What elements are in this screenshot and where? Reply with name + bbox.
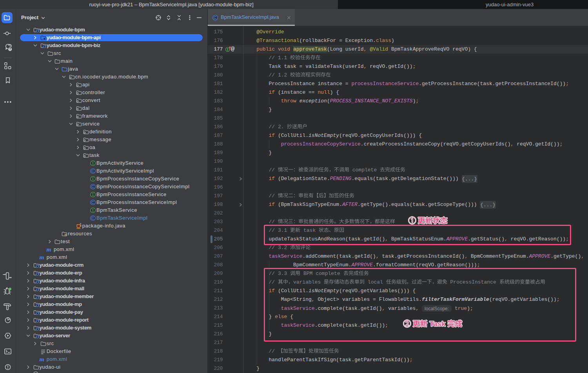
svg-text:m: m — [39, 254, 44, 260]
svg-text:m: m — [46, 246, 51, 253]
svg-text:Task: Task — [430, 320, 446, 328]
svg-text:m: m — [39, 356, 44, 362]
